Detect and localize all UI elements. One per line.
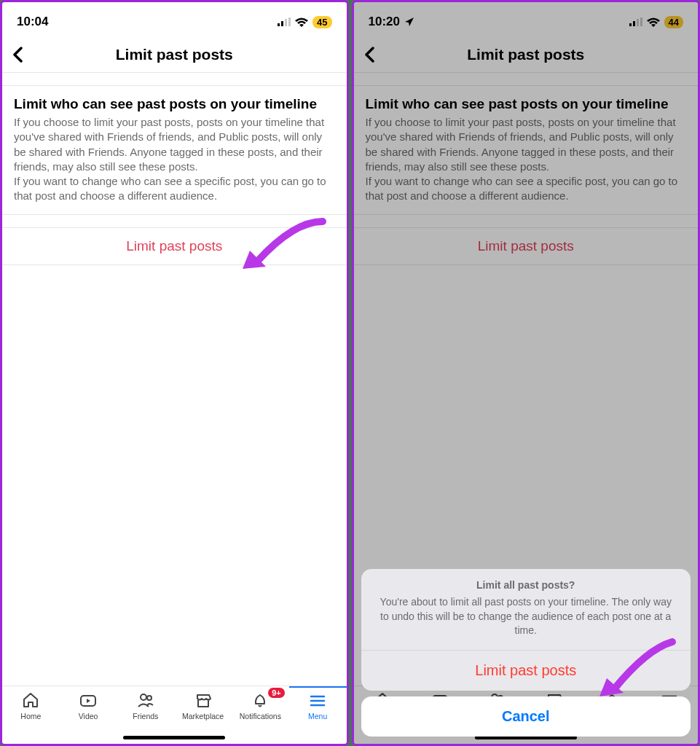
- tab-label: Home: [20, 712, 41, 721]
- bell-icon: [251, 691, 270, 710]
- tab-label: Notifications: [240, 712, 281, 721]
- tab-label: Menu: [308, 712, 327, 721]
- section-gap: [354, 215, 699, 228]
- svg-rect-10: [629, 23, 632, 26]
- tab-video[interactable]: Video: [60, 691, 117, 737]
- video-icon: [79, 691, 98, 710]
- tab-label: Video: [79, 712, 98, 721]
- tab-label: Marketplace: [182, 712, 224, 721]
- status-indicators: 45: [278, 16, 331, 28]
- marketplace-icon: [194, 691, 213, 710]
- sheet-description: You're about to limit all past posts on …: [376, 595, 677, 638]
- chevron-left-icon: [364, 47, 374, 63]
- limit-past-posts-row[interactable]: Limit past posts: [2, 228, 347, 265]
- tab-menu[interactable]: Menu: [289, 691, 347, 737]
- friends-icon: [136, 691, 155, 710]
- battery-indicator: 45: [312, 16, 331, 28]
- wifi-icon: [647, 17, 660, 27]
- chevron-left-icon: [12, 47, 23, 63]
- limit-past-posts-label: Limit past posts: [478, 238, 574, 254]
- svg-point-5: [141, 694, 146, 700]
- content-area: [2, 265, 347, 686]
- sheet-cancel-button[interactable]: Cancel: [361, 696, 691, 737]
- tab-label: Friends: [133, 712, 158, 721]
- svg-rect-0: [278, 23, 280, 26]
- tab-friends[interactable]: Friends: [117, 691, 175, 737]
- section-gap: [354, 73, 699, 86]
- sheet-confirm-label: Limit past posts: [475, 662, 576, 678]
- page-title: Limit past posts: [386, 46, 666, 63]
- location-icon: [404, 17, 414, 27]
- svg-point-6: [147, 696, 152, 700]
- svg-rect-11: [633, 21, 635, 26]
- action-sheet-block: Limit all past posts? You're about to li…: [361, 569, 691, 691]
- nav-header: Limit past posts: [2, 39, 347, 73]
- home-indicator[interactable]: [123, 736, 225, 739]
- nav-header: Limit past posts: [354, 39, 699, 73]
- phone-screen-left: 10:04 45 Limit past posts Limit who can …: [0, 0, 349, 746]
- home-icon: [21, 691, 40, 710]
- status-indicators: 44: [629, 16, 683, 28]
- svg-rect-12: [637, 19, 639, 26]
- info-body-1: If you choose to limit your past posts, …: [14, 115, 335, 174]
- back-button[interactable]: [364, 47, 386, 63]
- info-body-2: If you want to change who can see a spec…: [366, 174, 687, 204]
- battery-indicator: 44: [664, 16, 683, 28]
- svg-rect-3: [288, 17, 291, 26]
- sheet-confirm-button[interactable]: Limit past posts: [361, 650, 691, 691]
- phone-screen-right: 10:20 44 Limit past posts Limit who can …: [352, 0, 701, 746]
- status-bar: 10:04 45: [2, 2, 347, 39]
- wifi-icon: [295, 17, 308, 27]
- menu-icon: [308, 691, 327, 710]
- info-heading: Limit who can see past posts on your tim…: [14, 96, 335, 112]
- tab-marketplace[interactable]: Marketplace: [174, 691, 232, 737]
- info-body-1: If you choose to limit your past posts, …: [366, 115, 687, 174]
- section-gap: [2, 73, 347, 86]
- action-sheet-body: Limit all past posts? You're about to li…: [361, 569, 691, 650]
- cellular-icon: [278, 17, 291, 26]
- tab-notifications[interactable]: 9+ Notifications: [232, 691, 289, 737]
- info-heading: Limit who can see past posts on your tim…: [366, 96, 687, 112]
- section-gap: [2, 215, 347, 228]
- status-time: 10:04: [17, 15, 48, 29]
- svg-rect-2: [285, 19, 287, 26]
- info-body-2: If you want to change who can see a spec…: [14, 174, 335, 204]
- sheet-cancel-label: Cancel: [502, 708, 550, 724]
- tab-home[interactable]: Home: [2, 691, 60, 737]
- tab-bar: Home Video Friends Marketplace 9+ Notifi…: [2, 686, 347, 744]
- info-section: Limit who can see past posts on your tim…: [354, 86, 699, 215]
- action-sheet: Limit all past posts? You're about to li…: [361, 569, 691, 737]
- sheet-title: Limit all past posts?: [376, 579, 677, 591]
- status-time-value: 10:20: [369, 15, 400, 29]
- svg-rect-1: [281, 21, 283, 26]
- status-bar: 10:20 44: [354, 2, 699, 39]
- limit-past-posts-label: Limit past posts: [126, 238, 222, 254]
- limit-past-posts-row[interactable]: Limit past posts: [354, 228, 699, 265]
- svg-rect-13: [640, 17, 642, 26]
- cellular-icon: [629, 17, 642, 26]
- info-section: Limit who can see past posts on your tim…: [2, 86, 347, 215]
- active-tab-indicator: [289, 686, 347, 688]
- status-time: 10:20: [369, 15, 414, 29]
- back-button[interactable]: [12, 47, 34, 63]
- notification-badge: 9+: [268, 688, 285, 698]
- page-title: Limit past posts: [34, 46, 315, 63]
